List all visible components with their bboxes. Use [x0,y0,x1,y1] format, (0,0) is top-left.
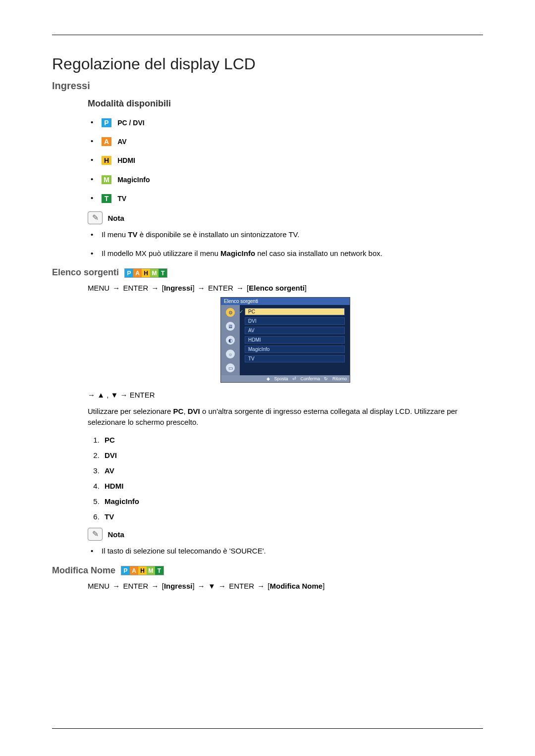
content-block: MENU → ENTER → [Ingressi] → ENTER → [Ele… [88,284,483,556]
p-icon: P [125,269,133,277]
menu-name: Modifica Nome [269,582,322,590]
osd-item: TV [245,355,345,362]
mode-label: TV [117,195,126,202]
osd-panel: Elenco sorgenti ⚙ 🖥 ◐ ☼ ▭ PC DVI AV HDMI… [220,297,350,383]
badge-strip: P A H M T [124,268,167,278]
mode-label: AV [117,138,126,146]
mode-label: HDMI [117,156,135,164]
bracket: ] [192,284,194,292]
menu-name: Elenco sorgenti [249,284,305,292]
text: è disponibile se è installato un sintoni… [138,230,300,239]
arrow-icon: → [152,582,159,590]
bracket: ] [305,284,307,292]
note-row: ✎ Nota [88,211,483,224]
content-block: MENU → ENTER → [Ingressi] → ▼ → ENTER → … [88,582,483,590]
label: MagicInfo [105,497,139,505]
note-row: ✎ Nota [88,528,483,541]
note-list: Il tasto di selezione sul telecomando è … [88,546,483,556]
paragraph: Utilizzare per selezionare PC, DVI o un'… [88,406,483,428]
text: Utilizzare per selezionare [88,407,173,415]
top-rule [52,35,483,35]
h-icon: H [142,269,150,277]
mode-label: PC / DVI [117,119,144,127]
section-ingressi: Ingressi [52,80,483,92]
h-icon: H [138,566,147,575]
mode-item: A AV [88,136,483,147]
arrow-icon: → [198,582,205,590]
list-item: DVI [102,451,483,459]
note-item: Il modello MX può utilizzare il menu Mag… [88,248,483,259]
t-icon: T [159,269,167,277]
label: HDMI [105,482,123,490]
menu-path-1: MENU → ENTER → [Ingressi] → ENTER → [Ele… [88,284,483,292]
osd-item: DVI [245,317,345,325]
mode-item: T TV [88,193,483,203]
subsection-modalita: Modalità disponibili [88,99,483,109]
foot-label: Sposta [274,376,288,381]
section-elenco: Elenco sorgenti [52,267,119,277]
osd-item: AV [245,327,345,334]
page-title: Regolazione del display LCD [52,55,483,73]
mode-label: MagicInfo [117,175,150,183]
arrow-icon: → [112,284,120,292]
kw: ENTER [123,284,149,292]
osd-side-icon: 🖥 [226,322,235,331]
badge-strip: P A H M T [121,566,164,575]
note-list: Il menu TV è disponibile se è installato… [88,229,483,259]
menu-name: Ingressi [164,582,193,590]
list-item: AV [102,466,483,475]
mode-item: M MagicInfo [88,174,483,185]
note-icon: ✎ [88,528,103,541]
osd-side-icon: ☼ [226,350,235,358]
foot-label: Conferma [300,376,320,381]
osd-side-icon: ▭ [226,363,235,372]
bottom-rule [52,728,483,729]
arrow-icon: → [198,284,205,292]
foot-label: ↻ [324,376,329,381]
p-icon: P [102,118,111,127]
note-icon: ✎ [88,211,103,224]
note-item: Il menu TV è disponibile se è installato… [88,229,483,240]
kw: ENTER [123,582,149,590]
bold: DVI [188,407,200,415]
nav-hint: → ▲ , ▼ → ENTER [88,391,483,399]
note-item: Il tasto di selezione sul telecomando è … [88,546,483,556]
text: , [183,407,187,415]
text: nel caso sia installato un network box. [255,249,382,257]
p-icon: P [121,566,130,575]
osd-item-selected: PC [245,308,345,315]
section-elenco-row: Elenco sorgenti P A H M T [52,267,483,278]
m-icon: M [102,175,111,184]
t-icon: T [155,566,163,575]
bold: PC [173,407,184,415]
foot-label: ◆ [267,376,271,381]
list-item: PC [102,436,483,444]
a-icon: A [130,566,138,575]
bold: TV [128,230,137,239]
m-icon: M [147,566,155,575]
down-icon: ▼ [208,582,215,590]
menu-name: Ingressi [164,284,193,292]
arrow-icon: → [112,582,120,590]
foot-label: ⏎ [292,376,298,381]
section-modifica-row: Modifica Nome P A H M T [52,565,483,576]
section-modifica: Modifica Nome [52,565,115,575]
osd-item: HDMI [245,336,345,344]
arrow-icon: → [236,284,244,292]
arrow-icon: → [218,582,226,590]
a-icon: A [133,269,142,277]
mode-list: P PC / DVI A AV H HDMI M MagicInfo T TV [88,117,483,203]
label: AV [105,466,114,475]
label: PC [105,436,115,444]
note-label: Nota [107,530,124,538]
osd-side-icon: ◐ [226,336,235,345]
label: TV [105,512,114,521]
kw: ENTER [208,284,233,292]
mode-item: H HDMI [88,154,483,165]
list-item: MagicInfo [102,497,483,505]
a-icon: A [102,137,111,146]
note-label: Nota [107,213,124,222]
foot-label: Ritorno [332,376,347,381]
osd-item: MagicInfo [245,346,345,353]
label: DVI [105,451,117,459]
